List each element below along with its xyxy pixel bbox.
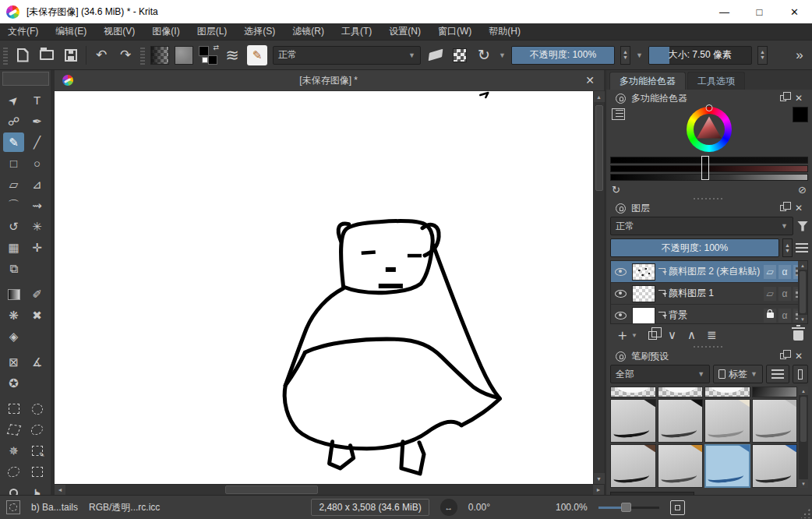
polygon-tool[interactable]: ▱: [3, 175, 24, 194]
dynamic-brush-tool[interactable]: ↺: [3, 217, 24, 236]
no-color-button[interactable]: ⊘: [798, 184, 807, 196]
layer-thumbnail[interactable]: [632, 307, 655, 324]
polyline-tool[interactable]: ⊿: [26, 175, 48, 194]
menu-item-6[interactable]: 选择(S): [244, 25, 275, 38]
move-tool[interactable]: ✛: [26, 238, 48, 257]
pattern-chooser[interactable]: [175, 46, 193, 65]
horizontal-scrollbar[interactable]: ◄ ►: [55, 484, 604, 495]
scroll-down-icon[interactable]: ▼: [798, 315, 807, 323]
canvas[interactable]: [55, 91, 593, 484]
shade-bar-marker[interactable]: [701, 156, 709, 180]
float-docker-icon[interactable]: [780, 205, 786, 211]
brush-scrollbar[interactable]: ▲ ▼: [799, 387, 808, 488]
fill-tool[interactable]: ◈: [3, 327, 24, 346]
docker-lock-icon[interactable]: [616, 351, 626, 362]
layer-lock-icon[interactable]: [764, 309, 776, 323]
zoom-slider-thumb[interactable]: [621, 503, 631, 512]
opacity-slider[interactable]: 不透明度: 100%: [511, 46, 615, 65]
brush-preset-cell[interactable]: [752, 444, 798, 488]
color-wheel[interactable]: [687, 107, 732, 152]
layer-row[interactable]: 颜料图层 2 (来自粘贴)▱α: [611, 261, 807, 283]
elliptical-selection-tool[interactable]: [26, 399, 48, 418]
color-sampler-tool[interactable]: ✐: [26, 284, 48, 304]
opacity-dropdown-arrow[interactable]: ▼: [636, 51, 643, 59]
reload-preset-button[interactable]: ↻: [475, 46, 493, 65]
close-docker-icon[interactable]: ✕: [795, 351, 803, 362]
polygonal-selection-tool[interactable]: [3, 420, 24, 440]
document-close-icon[interactable]: ✕: [584, 74, 596, 86]
rectangular-selection-tool[interactable]: [3, 399, 24, 418]
brush-preset-airbrush[interactable]: [752, 387, 798, 397]
scroll-down-icon[interactable]: ▼: [799, 479, 808, 488]
menu-item-10[interactable]: 窗口(W): [438, 25, 471, 38]
opacity-spinner[interactable]: ▲▼: [620, 46, 630, 65]
rotation-knob[interactable]: ↔: [440, 499, 457, 516]
layer-visibility-icon[interactable]: [615, 268, 627, 276]
move-layer-down-button[interactable]: ∨: [668, 328, 676, 342]
magnetic-selection-tool[interactable]: [3, 462, 24, 482]
ellipse-tool[interactable]: ○: [26, 154, 48, 173]
layer-scrollbar-thumb[interactable]: [800, 271, 806, 313]
brush-preset-cell[interactable]: [704, 399, 750, 443]
layer-row[interactable]: 背景α: [611, 305, 807, 324]
layer-blend-mode-dropdown[interactable]: 正常 ▼: [610, 217, 793, 235]
layer-pin-icon[interactable]: ▱: [764, 287, 776, 301]
brush-preset-cell[interactable]: [658, 399, 704, 443]
brush-display-settings-button[interactable]: [793, 365, 808, 383]
brush-preset-cell[interactable]: [752, 399, 798, 443]
menu-item-5[interactable]: 图层(L): [197, 25, 228, 38]
float-docker-icon[interactable]: [780, 353, 786, 359]
scroll-up-icon[interactable]: ▲: [798, 261, 807, 270]
preserve-alpha-button[interactable]: [450, 46, 469, 65]
pattern-edit-tool[interactable]: ❋: [3, 305, 24, 325]
brush-menu-button[interactable]: [766, 365, 789, 383]
brush-preset-eraser[interactable]: [704, 387, 750, 397]
reload-dropdown-arrow[interactable]: ▼: [499, 51, 506, 59]
layer-thumbnail[interactable]: [632, 285, 655, 302]
brush-preset-eraser[interactable]: [658, 387, 704, 397]
outline-selection-tool[interactable]: [26, 462, 48, 482]
shade-bar-3[interactable]: [610, 174, 808, 181]
undo-button[interactable]: ↶: [92, 46, 111, 65]
freehand-path-tool[interactable]: ⇝: [26, 196, 48, 215]
refresh-shades-button[interactable]: ↻: [612, 184, 620, 196]
menu-item-1[interactable]: 文件(F): [8, 25, 38, 38]
menu-item-3[interactable]: 视图(V): [104, 25, 135, 38]
fg-bg-color-chooser[interactable]: ⇄: [199, 46, 217, 65]
toolbox-header[interactable]: [2, 72, 49, 86]
new-document-button[interactable]: [13, 46, 32, 65]
menu-item-9[interactable]: 设置(N): [389, 25, 421, 38]
edit-shapes-tool[interactable]: ☍: [3, 111, 24, 131]
maximize-button[interactable]: □: [742, 0, 777, 23]
hue-marker[interactable]: [706, 104, 713, 111]
zoom-slider[interactable]: [598, 503, 659, 512]
alpha-lock-icon[interactable]: α: [778, 309, 791, 323]
save-button[interactable]: [62, 46, 80, 65]
menu-item-11[interactable]: 帮助(H): [489, 25, 521, 38]
measure-tool[interactable]: ∡: [26, 352, 48, 372]
eraser-mode-button[interactable]: [426, 46, 445, 65]
menu-item-4[interactable]: 图像(I): [152, 25, 179, 38]
bezier-selection-tool[interactable]: [26, 441, 48, 461]
open-document-button[interactable]: [37, 46, 56, 65]
zoom-tool[interactable]: [3, 483, 24, 495]
menu-item-8[interactable]: 工具(T): [341, 25, 372, 38]
close-docker-icon[interactable]: ✕: [795, 203, 803, 214]
brush-size-slider[interactable]: 大小: 7.50 像素: [648, 46, 752, 65]
layer-opacity-slider[interactable]: 不透明度: 100%: [610, 238, 779, 257]
text-tool[interactable]: T: [26, 90, 48, 110]
docker-lock-icon[interactable]: [616, 94, 626, 104]
color-history-bars[interactable]: [610, 157, 808, 181]
blend-mode-dropdown[interactable]: 正常 ▼: [273, 46, 421, 65]
window-resize-grip[interactable]: [801, 508, 811, 518]
transform-tool[interactable]: ▦: [3, 238, 24, 257]
tab-tool-options[interactable]: 工具选项: [687, 72, 745, 90]
current-color-swatch[interactable]: [793, 107, 808, 122]
tags-button[interactable]: 标签 ▼: [713, 365, 763, 383]
menu-item-2[interactable]: 编辑(E): [55, 25, 86, 38]
horizontal-scrollbar-thumb[interactable]: [225, 485, 319, 494]
line-tool[interactable]: ╱: [26, 132, 48, 152]
scroll-right-icon[interactable]: ►: [593, 485, 604, 496]
redo-button[interactable]: ↷: [116, 46, 135, 65]
tab-advanced-color-selector[interactable]: 多功能拾色器: [609, 72, 686, 90]
